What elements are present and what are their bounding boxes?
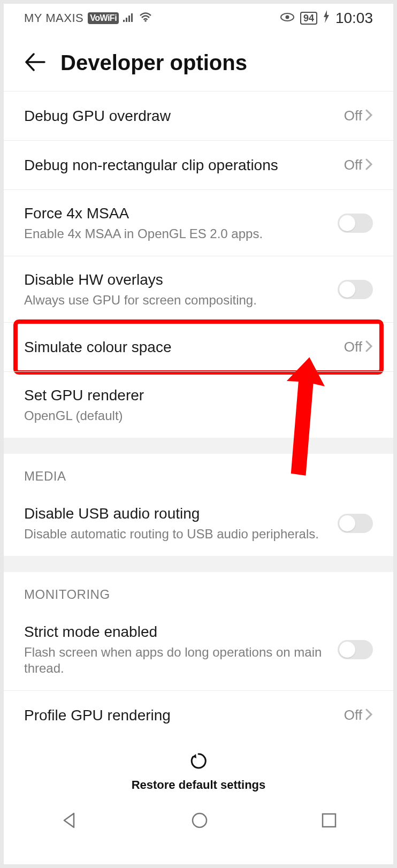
row-debug-gpu-overdraw[interactable]: Debug GPU overdraw Off [4, 91, 393, 140]
row-title: Debug GPU overdraw [24, 106, 333, 125]
row-strict-mode[interactable]: Strict mode enabled Flash screen when ap… [4, 608, 393, 690]
row-disable-usb-audio[interactable]: Disable USB audio routing Disable automa… [4, 490, 393, 556]
row-title: Force 4x MSAA [24, 204, 327, 223]
svg-point-6 [285, 16, 289, 19]
navigation-bar [4, 802, 393, 840]
nav-back-icon[interactable] [60, 811, 78, 832]
section-header-monitoring: MONITORING [4, 572, 393, 608]
row-title: Set GPU renderer [24, 386, 362, 405]
row-title: Debug non-rectangular clip operations [24, 156, 333, 174]
svg-rect-3 [131, 13, 133, 22]
toggle-switch[interactable] [338, 280, 373, 299]
row-subtitle: Flash screen when apps do long operation… [24, 644, 327, 676]
restore-defaults-button[interactable]: Restore default settings [4, 740, 393, 800]
svg-rect-0 [123, 20, 125, 22]
page-header: Developer options [4, 33, 393, 91]
section-gap [4, 438, 393, 454]
charging-icon [323, 10, 330, 26]
row-simulate-colour-space[interactable]: Simulate colour space Off [4, 322, 393, 371]
row-title: Disable USB audio routing [24, 504, 327, 523]
status-bar: MY MAXIS VoWiFi 94 10:03 [4, 4, 393, 33]
chevron-right-icon [365, 340, 373, 354]
row-disable-hw-overlays[interactable]: Disable HW overlays Always use GPU for s… [4, 256, 393, 322]
row-value: Off [344, 108, 362, 124]
svg-rect-1 [126, 18, 127, 22]
row-force-msaa[interactable]: Force 4x MSAA Enable 4x MSAA in OpenGL E… [4, 189, 393, 256]
page-title: Developer options [60, 51, 247, 75]
toggle-switch[interactable] [338, 514, 373, 533]
eye-icon [280, 11, 295, 25]
wifi-icon [139, 11, 152, 25]
restore-label: Restore default settings [132, 778, 266, 792]
chevron-right-icon [365, 709, 373, 722]
svg-rect-2 [128, 16, 130, 22]
signal-icon [123, 11, 135, 25]
back-icon[interactable] [24, 53, 45, 73]
row-value: Off [344, 339, 362, 355]
vowifi-badge: VoWiFi [88, 12, 119, 24]
row-title: Disable HW overlays [24, 270, 327, 289]
row-title: Profile GPU rendering [24, 706, 333, 725]
section-gap [4, 556, 393, 572]
row-debug-clip[interactable]: Debug non-rectangular clip operations Of… [4, 140, 393, 189]
nav-home-icon[interactable] [190, 811, 209, 832]
toggle-switch[interactable] [338, 214, 373, 233]
row-value: Off [344, 707, 362, 724]
chevron-right-icon [365, 109, 373, 123]
svg-rect-8 [323, 814, 335, 827]
nav-recent-icon[interactable] [321, 812, 337, 831]
battery-level: 94 [300, 12, 317, 25]
row-profile-gpu-rendering[interactable]: Profile GPU rendering Off [4, 690, 393, 740]
toggle-switch[interactable] [338, 640, 373, 659]
row-subtitle: Disable automatic routing to USB audio p… [24, 526, 327, 542]
section-header-media: MEDIA [4, 454, 393, 490]
status-carrier: MY MAXIS [24, 11, 83, 25]
row-title: Simulate colour space [24, 338, 333, 356]
row-subtitle: OpenGL (default) [24, 408, 362, 424]
row-subtitle: Always use GPU for screen compositing. [24, 292, 327, 308]
row-subtitle: Enable 4x MSAA in OpenGL ES 2.0 apps. [24, 226, 327, 242]
svg-point-4 [144, 20, 147, 22]
row-title: Strict mode enabled [24, 622, 327, 641]
svg-point-7 [193, 813, 207, 827]
chevron-right-icon [365, 158, 373, 172]
status-clock: 10:03 [335, 10, 373, 27]
restore-icon [189, 751, 208, 773]
row-value: Off [344, 157, 362, 173]
row-set-gpu-renderer[interactable]: Set GPU renderer OpenGL (default) [4, 371, 393, 438]
